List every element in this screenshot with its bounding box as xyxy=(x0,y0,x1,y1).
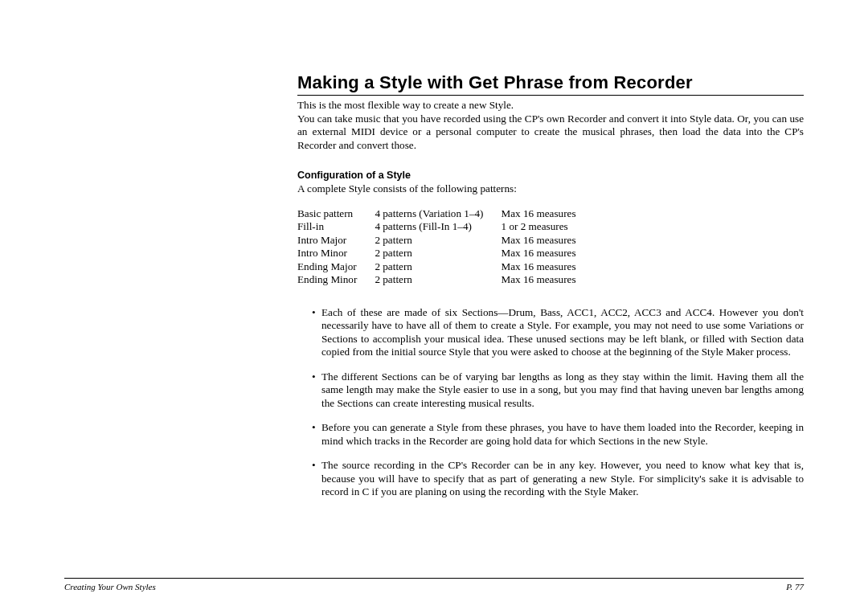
cell-count: 2 pattern xyxy=(375,234,501,248)
cell-count: 4 patterns (Variation 1–4) xyxy=(375,207,501,221)
table-row: Basic pattern4 patterns (Variation 1–4)M… xyxy=(297,207,594,221)
table-row: Fill-in4 patterns (Fill-In 1–4)1 or 2 me… xyxy=(297,220,594,234)
list-item: The source recording in the CP's Recorde… xyxy=(312,459,804,499)
cell-name: Ending Major xyxy=(297,260,375,274)
list-item: Each of these are made of six Sections—D… xyxy=(312,306,804,359)
cell-name: Fill-in xyxy=(297,220,375,234)
table-row: Intro Major2 patternMax 16 measures xyxy=(297,234,594,248)
cell-meas: Max 16 measures xyxy=(502,273,594,287)
intro-paragraph-2: You can take music that you have recorde… xyxy=(297,113,804,153)
intro-paragraph-1: This is the most flexible way to create … xyxy=(297,99,804,113)
cell-name: Intro Major xyxy=(297,234,375,248)
cell-meas: 1 or 2 measures xyxy=(502,220,594,234)
cell-count: 4 patterns (Fill-In 1–4) xyxy=(375,220,501,234)
table-row: Ending Major2 patternMax 16 measures xyxy=(297,260,594,274)
cell-name: Intro Minor xyxy=(297,247,375,260)
page-title: Making a Style with Get Phrase from Reco… xyxy=(297,72,804,93)
section-subhead: Configuration of a Style xyxy=(297,170,804,181)
footer-right: P. 77 xyxy=(786,582,804,591)
table-row: Intro Minor2 patternMax 16 measures xyxy=(297,247,594,260)
cell-name: Basic pattern xyxy=(297,207,375,221)
pattern-table: Basic pattern4 patterns (Variation 1–4)M… xyxy=(297,207,594,287)
footer-left: Creating Your Own Styles xyxy=(64,582,156,591)
cell-count: 2 pattern xyxy=(375,273,501,287)
table-row: Ending Minor2 patternMax 16 measures xyxy=(297,273,594,287)
cell-name: Ending Minor xyxy=(297,273,375,287)
cell-meas: Max 16 measures xyxy=(502,207,594,221)
page-footer: Creating Your Own Styles P. 77 xyxy=(0,578,868,591)
list-item: Before you can generate a Style from the… xyxy=(312,421,804,448)
config-intro: A complete Style consists of the followi… xyxy=(297,182,804,196)
bullet-list: Each of these are made of six Sections—D… xyxy=(297,306,804,499)
cell-meas: Max 16 measures xyxy=(502,247,594,260)
cell-count: 2 pattern xyxy=(375,247,501,260)
list-item: The different Sections can be of varying… xyxy=(312,370,804,411)
cell-meas: Max 16 measures xyxy=(502,234,594,248)
footer-rule xyxy=(64,578,804,579)
cell-count: 2 pattern xyxy=(375,260,501,274)
title-rule xyxy=(297,95,804,96)
cell-meas: Max 16 measures xyxy=(502,260,594,274)
